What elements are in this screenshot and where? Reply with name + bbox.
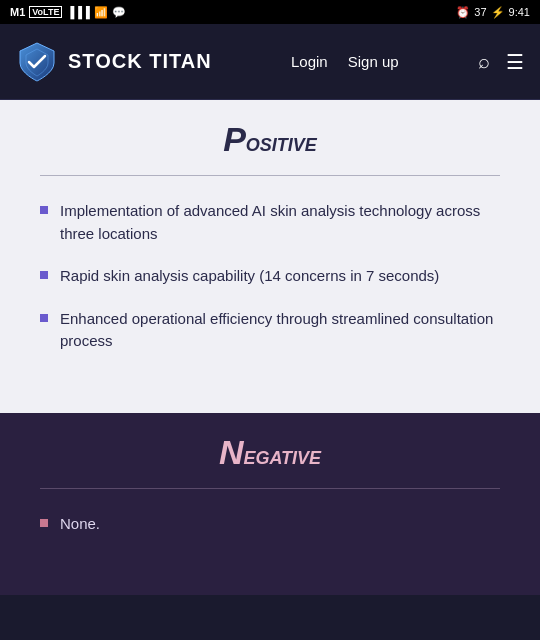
positive-divider	[40, 175, 500, 176]
negative-bullet-list: None.	[40, 513, 500, 536]
status-bar-left: M1 VoLTE ▐▐▐ 📶 💬	[10, 6, 126, 19]
status-bar: M1 VoLTE ▐▐▐ 📶 💬 ⏰ 37 ⚡ 9:41	[0, 0, 540, 24]
login-link[interactable]: Login	[291, 53, 328, 70]
positive-item-1: Implementation of advanced AI skin analy…	[60, 200, 500, 245]
bullet-icon	[40, 314, 48, 322]
search-icon[interactable]: ⌕	[478, 50, 490, 73]
negative-item-1: None.	[60, 513, 100, 536]
bullet-icon	[40, 206, 48, 214]
list-item: Enhanced operational efficiency through …	[40, 308, 500, 353]
menu-icon[interactable]: ☰	[506, 50, 524, 74]
logo-icon	[16, 41, 58, 83]
nav-icons: ⌕ ☰	[478, 50, 524, 74]
main-content: Positive Implementation of advanced AI s…	[0, 100, 540, 640]
positive-bullet-list: Implementation of advanced AI skin analy…	[40, 200, 500, 353]
battery-level: 37	[474, 6, 486, 18]
time-display: 9:41	[509, 6, 530, 18]
bullet-icon	[40, 271, 48, 279]
status-bar-right: ⏰ 37 ⚡ 9:41	[456, 6, 530, 19]
list-item: None.	[40, 513, 500, 536]
positive-item-3: Enhanced operational efficiency through …	[60, 308, 500, 353]
nav-links: Login Sign up	[291, 53, 399, 70]
battery-icon: ⚡	[491, 6, 505, 19]
bullet-icon	[40, 519, 48, 527]
alarm-icon: ⏰	[456, 6, 470, 19]
negative-divider	[40, 488, 500, 489]
logo-container: STOCK TITAN	[16, 41, 212, 83]
logo-text: STOCK TITAN	[68, 50, 212, 73]
signup-link[interactable]: Sign up	[348, 53, 399, 70]
list-item: Implementation of advanced AI skin analy…	[40, 200, 500, 245]
positive-item-2: Rapid skin analysis capability (14 conce…	[60, 265, 439, 288]
positive-title: Positive	[40, 120, 500, 159]
navbar: STOCK TITAN Login Sign up ⌕ ☰	[0, 24, 540, 100]
negative-title: Negative	[40, 433, 500, 472]
signal-icon: ▐▐▐	[66, 6, 89, 18]
volte-badge: VoLTE	[29, 6, 62, 18]
wifi-icon: 📶	[94, 6, 108, 19]
whatsapp-icon: 💬	[112, 6, 126, 19]
list-item: Rapid skin analysis capability (14 conce…	[40, 265, 500, 288]
carrier-label: M1	[10, 6, 25, 18]
positive-section: Positive Implementation of advanced AI s…	[0, 100, 540, 413]
negative-section: Negative None.	[0, 413, 540, 596]
